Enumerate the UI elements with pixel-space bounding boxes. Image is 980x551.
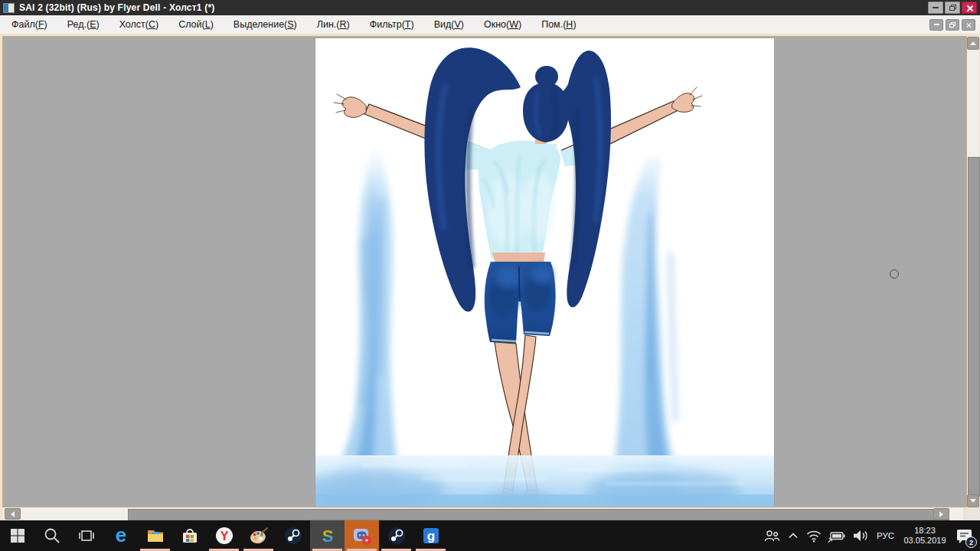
battery-plug-icon	[828, 529, 846, 543]
arrow-up-icon	[970, 41, 976, 45]
vertical-scroll-thumb[interactable]	[968, 157, 980, 497]
scroll-right-button[interactable]	[933, 508, 949, 520]
clock-date: 03.05.2019	[903, 536, 946, 546]
task-view-button[interactable]	[69, 520, 103, 551]
svg-text:e: e	[115, 526, 126, 546]
window-titlebar: SAI 2 (32bit) (Rus) by Flyer Dell - Холс…	[0, 0, 980, 15]
water-column-right	[606, 155, 691, 507]
steam-icon	[387, 526, 407, 546]
yandex-browser-icon: Y	[214, 526, 234, 546]
menu-bar: Файл(F)Ред.(E)Холст(C)Слой(L)Выделение(S…	[0, 15, 980, 34]
taskbar-edge-button[interactable]: e	[103, 520, 138, 551]
clock[interactable]: 18:23 03.05.2019	[901, 526, 949, 546]
canvas-artwork	[315, 38, 774, 507]
taskbar-steam-button[interactable]	[276, 520, 310, 551]
minimize-icon	[933, 7, 939, 8]
wifi-icon	[805, 528, 822, 543]
close-button[interactable]	[962, 2, 977, 14]
minimize-button[interactable]	[928, 2, 943, 14]
horizontal-scrollbar[interactable]	[3, 508, 963, 520]
taskbar-yandex-button[interactable]: Y	[207, 520, 241, 551]
people-button[interactable]	[763, 527, 781, 544]
vertical-scrollbar[interactable]	[967, 37, 979, 507]
system-tray: РУС 18:23 03.05.2019 2	[763, 520, 980, 551]
menu-item-r[interactable]: Лин.(R)	[307, 16, 360, 34]
restore-icon	[949, 5, 956, 11]
svg-text:g: g	[426, 529, 434, 543]
taskbar-search-button[interactable]	[34, 520, 69, 551]
arrow-right-icon	[939, 511, 943, 517]
notification-badge: 2	[965, 536, 977, 548]
taskbar-store-button[interactable]	[172, 520, 207, 551]
microsoft-store-icon	[180, 526, 200, 546]
power-button[interactable]	[828, 529, 846, 543]
doc-minimize-button[interactable]	[929, 19, 943, 31]
taskbar-sai-button[interactable]	[241, 520, 276, 551]
horizontal-scroll-thumb[interactable]	[128, 509, 949, 520]
start-button[interactable]	[0, 520, 34, 551]
menu-item-l[interactable]: Слой(L)	[168, 16, 224, 34]
clock-time: 18:23	[903, 526, 946, 536]
canvas-viewport[interactable]	[3, 37, 966, 507]
menu-item-w[interactable]: Окно(W)	[474, 16, 531, 34]
taskbar-gmod-button[interactable]: g	[413, 520, 448, 551]
volume-button[interactable]	[851, 528, 870, 543]
minimize-icon	[934, 24, 939, 25]
menu-item-e[interactable]: Ред.(E)	[57, 16, 109, 34]
scroll-up-button[interactable]	[967, 37, 979, 50]
folder-icon	[145, 526, 165, 546]
scroll-down-button[interactable]	[967, 494, 979, 507]
water-surface	[315, 455, 774, 507]
taskbar-steam2-button[interactable]	[379, 520, 413, 551]
menu-item-h[interactable]: Пом.(H)	[531, 16, 586, 34]
menu-item-v[interactable]: Вид(V)	[424, 16, 474, 34]
restore-icon	[949, 22, 956, 28]
menu-item-c[interactable]: Холст(C)	[109, 16, 169, 34]
doc-close-button[interactable]	[962, 19, 975, 31]
window-title: SAI 2 (32bit) (Rus) by Flyer Dell - Холс…	[19, 2, 214, 13]
language-indicator[interactable]: РУС	[875, 531, 896, 540]
tray-expand-button[interactable]	[786, 529, 800, 543]
restore-button[interactable]	[945, 2, 960, 14]
menu-item-s[interactable]: Выделение(S)	[224, 16, 307, 34]
drawing-canvas[interactable]	[315, 38, 774, 507]
menu-item-f[interactable]: Файл(F)	[2, 16, 57, 34]
menu-item-t[interactable]: Фильтр(T)	[360, 16, 424, 34]
wifi-button[interactable]	[805, 528, 822, 543]
scrollbar-corner	[967, 508, 979, 520]
taskbar-sai2-button[interactable]: S	[310, 520, 345, 551]
taskbar-discord-button[interactable]	[345, 520, 379, 551]
svg-text:Y: Y	[220, 530, 228, 543]
steam-icon	[283, 526, 303, 546]
chevron-up-icon	[786, 529, 800, 543]
doc-restore-button[interactable]	[946, 19, 959, 31]
water-column-left	[320, 148, 404, 507]
arrow-down-icon	[970, 499, 976, 503]
action-center-button[interactable]: 2	[954, 525, 975, 546]
search-icon	[43, 527, 61, 545]
arrow-left-icon	[11, 511, 15, 517]
scroll-left-button[interactable]	[5, 508, 21, 520]
discord-icon	[351, 525, 373, 546]
task-view-icon	[77, 527, 96, 545]
speaker-icon	[851, 528, 870, 543]
brush-cursor-icon	[890, 269, 899, 279]
sai-app-icon	[3, 3, 15, 13]
people-icon	[763, 527, 781, 544]
paint-palette-icon	[249, 526, 269, 546]
sai2-icon: S	[318, 526, 338, 546]
close-icon	[966, 5, 973, 11]
gmod-icon: g	[421, 526, 441, 546]
svg-text:S: S	[322, 527, 333, 546]
close-icon	[966, 22, 972, 28]
windows-logo-icon	[9, 527, 26, 544]
edge-icon: e	[111, 526, 131, 546]
taskbar-explorer-button[interactable]	[138, 520, 172, 551]
